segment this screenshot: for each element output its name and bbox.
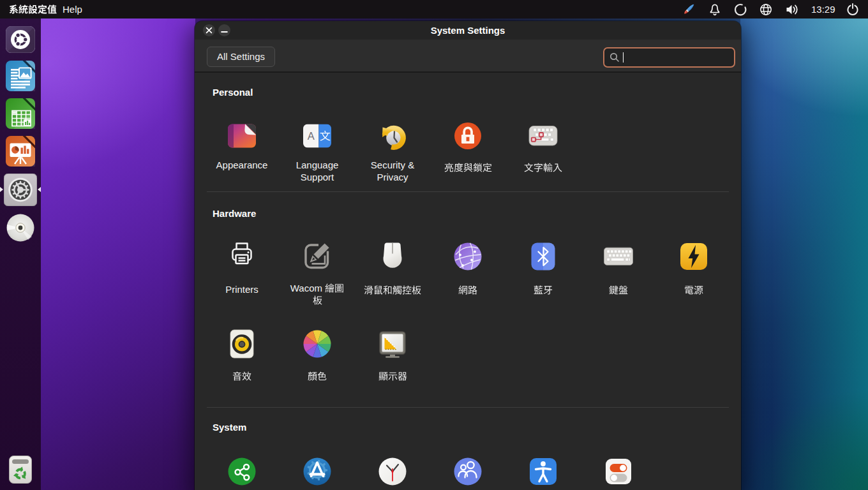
svg-text:A: A [308,130,315,142]
